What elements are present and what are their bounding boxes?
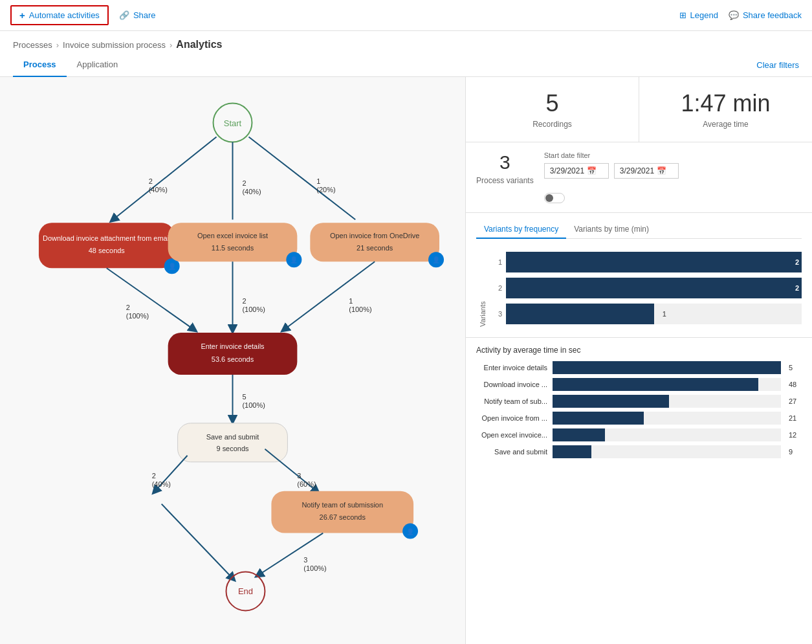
edge-label-download-enter-count: 2: [126, 304, 130, 311]
feedback-icon: 💬: [729, 10, 739, 20]
bar-label-3: 3: [489, 310, 502, 318]
analytics-panel: 5 Recordings 1:47 min Average time 3 Pro…: [466, 77, 812, 644]
date-to-input[interactable]: 3/29/2021 📅: [614, 163, 679, 179]
activity-fill-download: [553, 378, 758, 391]
automate-label: Automate activities: [29, 10, 100, 20]
activity-row-openinvoice: Open invoice from ... 21: [476, 412, 802, 425]
activity-section: Activity by average time in sec Enter in…: [466, 338, 812, 466]
notify-icon: 👤: [406, 527, 415, 536]
onedrive-label-line1: Open invoice from OneDrive: [330, 232, 419, 239]
bar-value-1: 2: [795, 258, 799, 266]
date-to-value: 3/29/2021: [620, 166, 654, 175]
feedback-label: Share feedback: [743, 10, 802, 20]
edge-label-excel-enter-pct: (100%): [242, 305, 265, 313]
date-toggle[interactable]: [544, 193, 565, 203]
top-bar-left: + Automate activities 🔗 Share: [10, 5, 156, 25]
edge-label-download-enter-pct: (100%): [126, 312, 149, 320]
activity-fill-excel: [553, 428, 605, 441]
activity-track-download: [553, 378, 781, 391]
toggle-knob: [545, 194, 553, 202]
chart-tab-frequency-label: Variants by frequency: [484, 225, 558, 234]
excel-icon: 👤: [290, 256, 298, 264]
activity-fill-notify: [553, 395, 669, 408]
process-panel: Start 2 (40%) 2 (40%) 1 (20%) Download i…: [0, 77, 466, 644]
calendar-from-icon[interactable]: 📅: [587, 166, 597, 175]
chart-tab-frequency[interactable]: Variants by frequency: [476, 221, 566, 239]
edge-label-save-notify-count: 3: [297, 472, 301, 480]
edge-label-excel-enter-count: 2: [242, 297, 246, 305]
variants-date-row: 3 Process variants Start date filter 3/2…: [466, 142, 812, 213]
y-axis-label-text: Variants: [479, 301, 487, 327]
notify-node: [271, 491, 413, 533]
edge-label-enter-save-pct: (100%): [242, 401, 265, 409]
edge-label-notify-end-count: 3: [303, 556, 307, 564]
activity-val-notify: 27: [789, 397, 802, 405]
edge-label-onedrive-enter-pct: (100%): [349, 305, 371, 313]
share-icon: 🔗: [119, 10, 129, 20]
edge-label-start-excel-count: 2: [242, 179, 246, 187]
tab-application-label: Application: [77, 60, 118, 69]
activity-track-notify: [553, 395, 781, 408]
edge-start-onedrive: [248, 137, 355, 219]
edge-download-enter: [107, 268, 194, 329]
enter-label-line1: Enter invoice details: [201, 342, 265, 350]
activity-row-notify: Notify team of sub... 27: [476, 395, 802, 408]
date-from-input[interactable]: 3/29/2021 📅: [544, 163, 609, 179]
activity-title: Activity by average time in sec: [476, 346, 802, 355]
tab-process[interactable]: Process: [13, 53, 67, 77]
variants-label: Process variants: [476, 176, 534, 185]
share-label: Share: [133, 10, 156, 20]
excel-label-line1: Open excel invoice list: [197, 232, 268, 239]
edge-label-start-download-count: 2: [149, 177, 153, 185]
bar-track-2: 2: [506, 278, 802, 298]
breadcrumb-processes[interactable]: Processes: [13, 40, 52, 50]
tabs-bar: Process Application Clear filters: [0, 53, 812, 77]
activity-val-download: 48: [789, 381, 802, 388]
excel-node: [168, 223, 298, 261]
date-inputs: 3/29/2021 📅 3/29/2021 📅: [544, 163, 802, 179]
legend-button[interactable]: ⊞ Legend: [679, 10, 718, 20]
edge-label-enter-save-count: 5: [242, 393, 246, 401]
main-content: Start 2 (40%) 2 (40%) 1 (20%) Download i…: [0, 77, 812, 644]
activity-track-excel: [553, 428, 781, 441]
activity-row-excel: Open excel invoice... 12: [476, 428, 802, 441]
bar-value-3: 1: [663, 310, 666, 318]
bar-fill-3: [506, 304, 654, 324]
chart-tab-time[interactable]: Variants by time (min): [566, 221, 657, 239]
enter-node: [168, 333, 298, 375]
notify-label-line1: Notify team of submission: [302, 501, 383, 509]
activity-fill-enter: [553, 361, 781, 374]
recordings-count: 5: [479, 90, 626, 117]
edge-label-save-end-count: 2: [152, 472, 156, 480]
save-label-line1: Save and submit: [206, 433, 259, 441]
recordings-card: 5 Recordings: [466, 77, 639, 142]
edge-label-save-end-pct: (40%): [152, 480, 171, 488]
feedback-button[interactable]: 💬 Share feedback: [729, 10, 802, 20]
avg-time-label: Average time: [652, 120, 799, 129]
notify-label-line2: 26.67 seconds: [320, 513, 366, 521]
breadcrumb: Processes › Invoice submission process ›…: [0, 31, 812, 53]
breadcrumb-invoice[interactable]: Invoice submission process: [63, 40, 166, 50]
tab-application[interactable]: Application: [67, 53, 129, 77]
top-bar: + Automate activities 🔗 Share ⊞ Legend 💬…: [0, 0, 812, 31]
activity-val-save: 9: [789, 448, 802, 456]
onedrive-icon: 👤: [432, 256, 441, 264]
excel-label-line2: 11.5 seconds: [212, 244, 254, 252]
clear-filters-button[interactable]: Clear filters: [756, 60, 799, 70]
tab-process-label: Process: [23, 60, 56, 69]
variants-card: 3 Process variants: [476, 151, 534, 185]
edge-label-start-onedrive-pct: (20%): [316, 186, 335, 194]
activity-bars: Enter invoice details 5 Download invoice…: [476, 361, 802, 458]
share-button[interactable]: 🔗 Share: [119, 10, 156, 20]
bar-label-2: 2: [489, 284, 502, 292]
top-bar-right: ⊞ Legend 💬 Share feedback: [679, 10, 802, 20]
edge-label-start-onedrive-count: 1: [316, 177, 320, 185]
automate-button[interactable]: + Automate activities: [10, 5, 109, 25]
save-node: [178, 423, 288, 462]
edge-bypass-end: [162, 504, 233, 579]
variants-count: 3: [476, 151, 534, 173]
save-label-line2: 9 seconds: [216, 445, 249, 452]
activity-label-openinvoice: Open invoice from ...: [476, 414, 547, 422]
legend-label: Legend: [690, 10, 718, 20]
calendar-to-icon[interactable]: 📅: [657, 166, 666, 175]
